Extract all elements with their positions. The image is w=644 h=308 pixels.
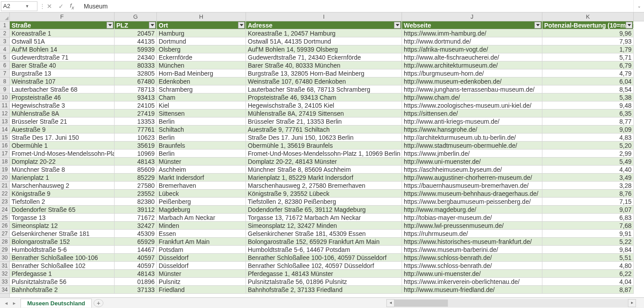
filter-dropdown-icon[interactable]	[107, 22, 113, 28]
cell[interactable]: Weinstraße 107	[10, 77, 115, 85]
cell[interactable]: Aschheim	[157, 166, 246, 174]
cell[interactable]: 71672	[115, 214, 157, 222]
cell[interactable]: Olsberg	[157, 45, 246, 53]
cell[interactable]: 24105	[115, 101, 157, 109]
cell[interactable]: 65929	[115, 238, 157, 246]
cell[interactable]: 8,87	[542, 286, 634, 294]
filter-dropdown-icon[interactable]	[394, 22, 401, 28]
cell[interactable]: Bahnhofstraße 2	[10, 286, 115, 294]
cell[interactable]: Auf'M Bohlen 14, 59939 Olsberg	[246, 45, 402, 53]
row-header[interactable]: 12	[0, 109, 9, 118]
row-header[interactable]: 1	[0, 21, 9, 29]
cell[interactable]: Auestraße 9	[10, 126, 115, 134]
row-header[interactable]: 24	[0, 206, 9, 214]
cell[interactable]: Straße Des 17. Juni 150, 10623 Berlin	[246, 134, 402, 142]
cell[interactable]: 32427	[115, 222, 157, 230]
cell[interactable]: 5,71	[542, 53, 634, 61]
cell[interactable]: https://www.museum-behnhaus-draegerhaus.…	[402, 190, 542, 198]
cell[interactable]: 4,80	[542, 262, 634, 270]
cell[interactable]: https://aschheimuseum.byseum.de/	[402, 166, 542, 174]
cell[interactable]: 35619	[115, 142, 157, 150]
cell[interactable]: Berlin	[157, 134, 246, 142]
cell[interactable]: 8,77	[542, 118, 634, 126]
row-header[interactable]: 19	[0, 166, 9, 174]
cell[interactable]: Torgasse 13	[10, 214, 115, 222]
row-header[interactable]: 17	[0, 150, 9, 158]
cell[interactable]: Düsseldorf	[157, 254, 246, 262]
cell[interactable]: http://tobias-mayer-museum.de/	[402, 214, 542, 222]
cell[interactable]: https://www.hansgrohe.de/	[402, 126, 542, 134]
cell[interactable]: 13353	[115, 118, 157, 126]
cell[interactable]: http://www.uni-muenster.de/	[402, 158, 542, 166]
cell[interactable]: 4,79	[542, 69, 634, 77]
cell[interactable]: Propsteistraße 46	[10, 93, 115, 101]
cell[interactable]: Schiltach	[157, 126, 246, 134]
cell[interactable]: 23552	[115, 190, 157, 198]
cell[interactable]: 59939	[115, 45, 157, 53]
cell[interactable]: 6,35	[542, 109, 634, 118]
cell[interactable]: 7,93	[542, 37, 634, 45]
cell[interactable]: Marienplatz 1, 85229 Markt Indersdorf	[246, 174, 402, 182]
cell[interactable]: Hegewischstraße 3, 24105 Kiel	[246, 101, 402, 109]
cell[interactable]: 6,22	[542, 270, 634, 278]
cell[interactable]: Bahnhofstraße 2, 37133 Friedland	[246, 286, 402, 294]
cell[interactable]: Braunfels	[157, 142, 246, 150]
cell[interactable]: Marschenhausweg 2	[10, 182, 115, 190]
row-header[interactable]: 10	[0, 93, 9, 101]
cell[interactable]: Gudewerdtstraße 71, 24340 Eckernförde	[246, 53, 402, 61]
cell[interactable]: München	[157, 61, 246, 69]
cell[interactable]: Mühlenstraße 8A, 27419 Sittensen	[246, 109, 402, 118]
cell[interactable]: 5,38	[542, 93, 634, 101]
cell[interactable]: Düsseldorf	[157, 262, 246, 270]
cell[interactable]: 67480	[115, 77, 157, 85]
filter-dropdown-icon[interactable]	[626, 22, 632, 28]
cell[interactable]: 80333	[115, 61, 157, 69]
name-box[interactable]: A2 ▼	[1, 1, 37, 11]
cell[interactable]: Bolongarostraße 152	[10, 238, 115, 246]
cell[interactable]: https://www.bergbaumuseum-peissenberg.de…	[402, 198, 542, 206]
column-header[interactable]: I	[246, 12, 402, 21]
cell[interactable]: 85609	[115, 166, 157, 174]
cell[interactable]: Marschenhausweg 2, 27580 Bremerhaven	[246, 182, 402, 190]
scroll-right-icon[interactable]: ▸	[628, 299, 636, 307]
cell[interactable]: 4,04	[542, 278, 634, 286]
select-all-button[interactable]	[0, 12, 10, 21]
cell[interactable]: 77761	[115, 126, 157, 134]
cell[interactable]: 7,68	[542, 222, 634, 230]
row-header[interactable]: 34	[0, 286, 9, 294]
cell[interactable]: 45309	[115, 230, 157, 238]
row-header[interactable]: 31	[0, 262, 9, 270]
cell[interactable]: Auf'M Bohlen 14	[10, 45, 115, 53]
cell[interactable]: Münchner Straße 8, 85609 Aschheim	[246, 166, 402, 174]
cell[interactable]: https://www.museum-barberini.de/	[402, 246, 542, 254]
cell[interactable]: Lauterbacher Straße 68, 78713 Schramberg	[246, 85, 402, 93]
cell[interactable]: https://ruhrmuseum.de/	[402, 230, 542, 238]
sheet-tab-active[interactable]: Museen Deutschland	[21, 299, 92, 308]
cell[interactable]: http://www.dortmund.de/	[402, 37, 542, 45]
row-header[interactable]: 5	[0, 53, 9, 61]
cell[interactable]: Mühlenstraße 8A	[10, 109, 115, 118]
cell[interactable]: http://www.museum-friedland.de/	[402, 286, 542, 294]
cell[interactable]: http://www.stadtmuseum-obermuehle.de/	[402, 142, 542, 150]
formula-bar-content[interactable]: Museum	[80, 3, 633, 10]
cell[interactable]: Dortmund	[157, 37, 246, 45]
filter-dropdown-icon[interactable]	[534, 22, 541, 28]
column-header[interactable]: F	[10, 12, 115, 21]
row-header[interactable]: 14	[0, 126, 9, 134]
horizontal-scrollbar[interactable]: ◂ ▸	[386, 299, 636, 307]
cell[interactable]: https://www.imkerverein-oberlichtenau.de…	[402, 278, 542, 286]
cell[interactable]: 48143	[115, 158, 157, 166]
column-header[interactable]: H	[157, 12, 246, 21]
row-header[interactable]: 7	[0, 69, 9, 77]
fx-icon[interactable]: fx	[70, 2, 74, 10]
cell[interactable]: https://sittensen.de/	[402, 109, 542, 118]
cell[interactable]: 40597	[115, 254, 157, 262]
table-header-cell[interactable]: PLZ	[115, 21, 157, 29]
cell[interactable]: 27580	[115, 182, 157, 190]
cell[interactable]: https://www.schloss-benrath.de/	[402, 262, 542, 270]
cell[interactable]: 85229	[115, 174, 157, 182]
cell[interactable]: Obermühle 1, 35619 Braunfels	[246, 142, 402, 150]
cell[interactable]: Bremerhaven	[157, 182, 246, 190]
cell[interactable]: 1,79	[542, 45, 634, 53]
cell[interactable]: Königstraße 9, 23552 Lübeck	[246, 190, 402, 198]
